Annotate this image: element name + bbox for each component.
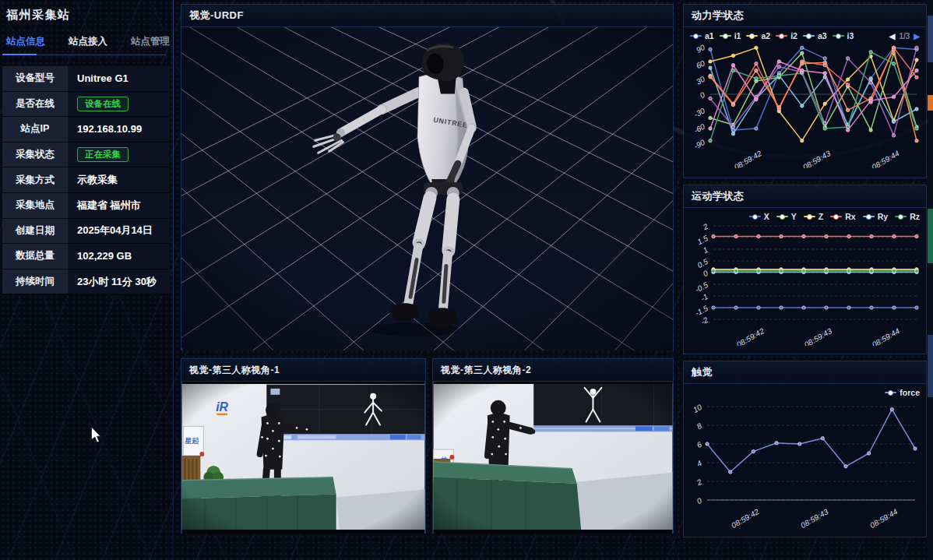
info-row-4: 采集方式示教采集 [2,167,170,193]
legend-page-number: 1/3 [899,32,910,41]
svg-text:08:59:42: 08:59:42 [733,149,764,168]
urdf-3d-scene: UNITREE [181,27,673,350]
kinematics-chart: 21.510.50-0.5-1-1.5-208:59:4208:59:4308:… [684,221,926,346]
legend-item-i3[interactable]: i3 [833,31,854,41]
urdf-panel-header: 视觉-URDF [181,5,673,27]
info-label: 创建日期 [2,219,68,244]
tactile-panel-title: 触觉 [692,365,713,379]
legend-item-Ry[interactable]: Ry [863,212,888,221]
svg-text:08:59:42: 08:59:42 [735,326,766,346]
legend-prev-icon[interactable]: ◀ [889,32,896,41]
legend-next-icon[interactable]: ▶ [914,32,920,41]
svg-text:8: 8 [695,421,703,431]
info-row-0: 设备型号Unitree G1 [2,66,170,92]
legend-item-Rz[interactable]: Rz [895,212,920,221]
svg-text:-0.5: -0.5 [694,280,710,294]
svg-text:-60: -60 [692,122,706,136]
svg-text:2: 2 [701,222,709,232]
info-value: 福建省 福州市 [68,193,170,218]
svg-text:-1: -1 [699,292,709,303]
legend-item-i2[interactable]: i2 [776,31,797,41]
legend-item-X[interactable]: X [749,212,769,221]
svg-text:-90: -90 [692,138,706,151]
info-value: Unitree G1 [68,66,170,91]
info-row-3: 采集状态正在采集 [2,143,170,168]
dynamics-legend: a1i1a2i2a3i3◀1/3▶ [684,27,926,41]
video-panel-2: 视觉-第三人称视角-2 iR [432,358,674,534]
kinematics-panel: 运动学状态 XYZRxRyRz 21.510.50-0.5-1-1.5-208:… [683,185,927,354]
kinematics-panel-header: 运动学状态 [684,185,926,208]
svg-text:0: 0 [702,269,709,279]
video-feed-2: iR 一校 [433,382,673,534]
dynamics-panel: 动力学状态 a1i1a2i2a3i3◀1/3▶ 9060300-30-60-90… [683,4,927,178]
svg-text:-30: -30 [692,106,706,119]
dynamics-panel-title: 动力学状态 [692,9,745,23]
info-label: 数据总量 [2,244,68,269]
svg-text:1: 1 [702,245,709,255]
urdf-vignette [182,27,673,350]
video-panel-1: 视觉-第三人称视角-1 星起 iR [181,358,426,534]
legend-item-a2[interactable]: a2 [746,31,770,41]
info-row-7: 数据总量102,229 GB [2,244,170,269]
svg-text:08:59:43: 08:59:43 [801,149,833,168]
svg-text:08:59:44: 08:59:44 [871,326,902,346]
urdf-panel: 视觉-URDF [181,4,674,350]
info-row-5: 采集地点福建省 福州市 [2,193,170,219]
urdf-3d-viewport[interactable]: UNITREE [181,27,673,350]
station-info-table: 设备型号Unitree G1是否在线设备在线站点IP192.168.10.99采… [2,66,170,295]
svg-text:10: 10 [692,403,703,414]
svg-text:08:59:42: 08:59:42 [730,507,761,528]
video1-vignette [182,382,425,534]
legend-pager: ◀1/3▶ [889,32,920,41]
video-scene-1: 星起 iR [181,382,425,534]
info-value: 设备在线 [68,92,170,117]
svg-text:0: 0 [695,496,703,506]
kinematics-panel-title: 运动学状态 [692,189,745,203]
tab-1[interactable]: 站点接入 [69,35,107,48]
video-panel-2-header: 视觉-第三人称视角-2 [433,359,673,382]
info-label: 采集方式 [2,167,68,192]
video-panel-1-title: 视觉-第三人称视角-1 [189,364,280,377]
info-value: 2025年04月14日 [68,219,170,244]
tab-underline [2,54,170,56]
info-row-6: 创建日期2025年04月14日 [2,219,170,245]
urdf-panel-title: 视觉-URDF [189,9,244,23]
tactile-panel: 触觉 force 108642008:59:4208:59:4308:59:44 [683,361,927,537]
legend-item-i1[interactable]: i1 [720,31,741,41]
legend-item-force[interactable]: force [885,388,920,397]
info-row-8: 持续时间23小时 11分 30秒 [2,269,170,295]
info-value: 102,229 GB [68,244,170,269]
dynamics-panel-header: 动力学状态 [684,5,926,27]
status-badge: 设备在线 [77,97,129,112]
dynamics-chart: 9060300-30-60-9008:59:4208:59:4308:59:44 [684,41,926,168]
svg-text:2: 2 [695,477,703,488]
svg-text:60: 60 [695,58,706,70]
station-title: 福州采集站 [6,8,173,23]
svg-text:-2: -2 [699,315,709,326]
legend-item-Y[interactable]: Y [776,212,797,221]
video-panel-2-title: 视觉-第三人称视角-2 [441,364,531,377]
info-label: 持续时间 [2,269,68,294]
legend-item-a3[interactable]: a3 [803,31,827,41]
legend-item-Z[interactable]: Z [804,212,823,221]
info-label: 是否在线 [2,92,68,117]
svg-text:08:59:44: 08:59:44 [868,507,900,528]
info-value: 正在采集 [68,143,170,167]
info-row-1: 是否在线设备在线 [2,92,170,118]
svg-text:08:59:43: 08:59:43 [803,326,834,346]
tab-2[interactable]: 站点管理 [131,35,170,48]
kinematics-legend: XYZRxRyRz [684,208,926,221]
tab-0[interactable]: 站点信息 [6,35,45,48]
legend-item-Rx[interactable]: Rx [830,212,855,221]
svg-text:-1.5: -1.5 [694,304,710,318]
info-label: 采集状态 [2,143,68,167]
info-value: 192.168.10.99 [68,117,170,142]
station-tabs: 站点信息站点接入站点管理 [6,35,173,48]
video2-vignette [434,382,673,534]
info-label: 设备型号 [2,66,68,91]
video-scene-2: iR 一校 [433,382,673,534]
status-badge: 正在采集 [77,147,129,163]
legend-item-a1[interactable]: a1 [690,31,714,41]
svg-text:6: 6 [695,440,703,450]
svg-text:30: 30 [695,75,706,86]
